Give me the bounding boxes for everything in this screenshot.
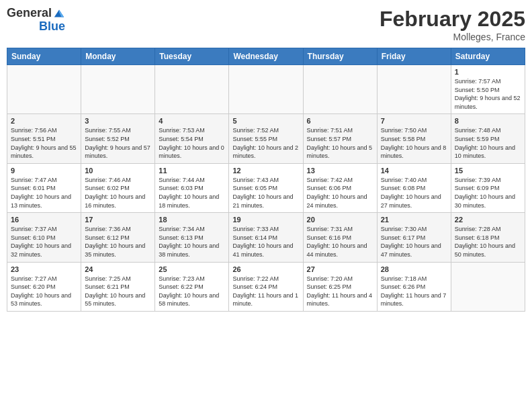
day-number: 28 bbox=[381, 265, 447, 273]
calendar-week-5: 23Sunrise: 7:27 AM Sunset: 6:20 PM Dayli… bbox=[7, 262, 525, 311]
calendar-cell: 10Sunrise: 7:46 AM Sunset: 6:02 PM Dayli… bbox=[81, 163, 155, 212]
calendar-cell bbox=[229, 65, 303, 114]
calendar-cell: 27Sunrise: 7:20 AM Sunset: 6:25 PM Dayli… bbox=[303, 262, 377, 311]
day-number: 15 bbox=[455, 167, 521, 175]
calendar-header-row: SundayMondayTuesdayWednesdayThursdayFrid… bbox=[7, 48, 525, 65]
day-number: 11 bbox=[159, 167, 225, 175]
calendar: SundayMondayTuesdayWednesdayThursdayFrid… bbox=[7, 48, 525, 312]
cell-content: Sunrise: 7:47 AM Sunset: 6:01 PM Dayligh… bbox=[11, 176, 77, 210]
calendar-cell: 26Sunrise: 7:22 AM Sunset: 6:24 PM Dayli… bbox=[229, 262, 303, 311]
header: General Blue February 2025 Molleges, Fra… bbox=[7, 7, 525, 42]
cell-content: Sunrise: 7:33 AM Sunset: 6:14 PM Dayligh… bbox=[232, 225, 299, 259]
calendar-cell: 28Sunrise: 7:18 AM Sunset: 6:26 PM Dayli… bbox=[377, 262, 451, 311]
cell-content: Sunrise: 7:55 AM Sunset: 5:52 PM Dayligh… bbox=[85, 126, 151, 160]
calendar-cell: 5Sunrise: 7:52 AM Sunset: 5:55 PM Daylig… bbox=[229, 114, 303, 163]
day-number: 14 bbox=[381, 167, 447, 175]
cell-content: Sunrise: 7:46 AM Sunset: 6:02 PM Dayligh… bbox=[85, 176, 151, 210]
calendar-cell: 14Sunrise: 7:40 AM Sunset: 6:08 PM Dayli… bbox=[377, 163, 451, 212]
day-header-friday: Friday bbox=[377, 48, 451, 65]
calendar-cell: 17Sunrise: 7:36 AM Sunset: 6:12 PM Dayli… bbox=[81, 213, 155, 262]
calendar-week-3: 9Sunrise: 7:47 AM Sunset: 6:01 PM Daylig… bbox=[7, 163, 525, 212]
cell-content: Sunrise: 7:52 AM Sunset: 5:55 PM Dayligh… bbox=[232, 126, 299, 160]
cell-content: Sunrise: 7:34 AM Sunset: 6:13 PM Dayligh… bbox=[159, 225, 225, 259]
calendar-cell: 18Sunrise: 7:34 AM Sunset: 6:13 PM Dayli… bbox=[155, 213, 229, 262]
day-number: 26 bbox=[232, 265, 299, 273]
calendar-week-1: 1Sunrise: 7:57 AM Sunset: 5:50 PM Daylig… bbox=[7, 65, 525, 114]
day-header-tuesday: Tuesday bbox=[155, 48, 229, 65]
day-number: 5 bbox=[232, 117, 299, 125]
cell-content: Sunrise: 7:56 AM Sunset: 5:51 PM Dayligh… bbox=[11, 126, 77, 160]
day-number: 19 bbox=[232, 216, 299, 224]
calendar-cell: 19Sunrise: 7:33 AM Sunset: 6:14 PM Dayli… bbox=[229, 213, 303, 262]
cell-content: Sunrise: 7:48 AM Sunset: 5:59 PM Dayligh… bbox=[455, 126, 521, 160]
day-number: 20 bbox=[307, 216, 373, 224]
cell-content: Sunrise: 7:39 AM Sunset: 6:09 PM Dayligh… bbox=[455, 176, 521, 210]
day-number: 25 bbox=[159, 265, 225, 273]
day-number: 3 bbox=[85, 117, 151, 125]
calendar-cell: 22Sunrise: 7:28 AM Sunset: 6:18 PM Dayli… bbox=[451, 213, 525, 262]
calendar-cell bbox=[451, 262, 525, 311]
cell-content: Sunrise: 7:42 AM Sunset: 6:06 PM Dayligh… bbox=[307, 176, 373, 210]
calendar-cell bbox=[377, 65, 451, 114]
calendar-cell: 23Sunrise: 7:27 AM Sunset: 6:20 PM Dayli… bbox=[7, 262, 81, 311]
calendar-cell bbox=[7, 65, 81, 114]
day-number: 21 bbox=[381, 216, 447, 224]
calendar-cell bbox=[155, 65, 229, 114]
cell-content: Sunrise: 7:20 AM Sunset: 6:25 PM Dayligh… bbox=[307, 275, 373, 308]
cell-content: Sunrise: 7:27 AM Sunset: 6:20 PM Dayligh… bbox=[11, 275, 77, 308]
day-number: 10 bbox=[85, 167, 151, 175]
day-number: 23 bbox=[11, 265, 77, 273]
day-number: 2 bbox=[11, 117, 77, 125]
day-number: 27 bbox=[307, 265, 373, 273]
calendar-cell: 6Sunrise: 7:51 AM Sunset: 5:57 PM Daylig… bbox=[303, 114, 377, 163]
calendar-cell: 1Sunrise: 7:57 AM Sunset: 5:50 PM Daylig… bbox=[451, 65, 525, 114]
cell-content: Sunrise: 7:36 AM Sunset: 6:12 PM Dayligh… bbox=[85, 225, 151, 259]
logo-icon bbox=[53, 7, 65, 19]
day-number: 17 bbox=[85, 216, 151, 224]
day-number: 18 bbox=[159, 216, 225, 224]
calendar-cell: 4Sunrise: 7:53 AM Sunset: 5:54 PM Daylig… bbox=[155, 114, 229, 163]
calendar-week-2: 2Sunrise: 7:56 AM Sunset: 5:51 PM Daylig… bbox=[7, 114, 525, 163]
cell-content: Sunrise: 7:23 AM Sunset: 6:22 PM Dayligh… bbox=[159, 275, 225, 308]
calendar-cell: 15Sunrise: 7:39 AM Sunset: 6:09 PM Dayli… bbox=[451, 163, 525, 212]
month-title: February 2025 bbox=[380, 7, 525, 32]
calendar-cell: 8Sunrise: 7:48 AM Sunset: 5:59 PM Daylig… bbox=[451, 114, 525, 163]
page: General Blue February 2025 Molleges, Fra… bbox=[0, 0, 532, 411]
title-block: February 2025 Molleges, France bbox=[380, 7, 525, 42]
cell-content: Sunrise: 7:44 AM Sunset: 6:03 PM Dayligh… bbox=[159, 176, 225, 210]
calendar-cell: 12Sunrise: 7:43 AM Sunset: 6:05 PM Dayli… bbox=[229, 163, 303, 212]
day-number: 16 bbox=[11, 216, 77, 224]
cell-content: Sunrise: 7:40 AM Sunset: 6:08 PM Dayligh… bbox=[381, 176, 447, 210]
day-number: 22 bbox=[455, 216, 521, 224]
calendar-cell bbox=[81, 65, 155, 114]
calendar-cell: 13Sunrise: 7:42 AM Sunset: 6:06 PM Dayli… bbox=[303, 163, 377, 212]
cell-content: Sunrise: 7:43 AM Sunset: 6:05 PM Dayligh… bbox=[232, 176, 299, 210]
calendar-cell: 11Sunrise: 7:44 AM Sunset: 6:03 PM Dayli… bbox=[155, 163, 229, 212]
day-number: 24 bbox=[85, 265, 151, 273]
cell-content: Sunrise: 7:50 AM Sunset: 5:58 PM Dayligh… bbox=[381, 126, 447, 160]
logo: General Blue bbox=[7, 7, 65, 34]
day-number: 4 bbox=[159, 117, 225, 125]
day-header-monday: Monday bbox=[81, 48, 155, 65]
day-number: 13 bbox=[307, 167, 373, 175]
logo-general-text: General bbox=[7, 7, 52, 20]
calendar-cell: 2Sunrise: 7:56 AM Sunset: 5:51 PM Daylig… bbox=[7, 114, 81, 163]
cell-content: Sunrise: 7:57 AM Sunset: 5:50 PM Dayligh… bbox=[455, 77, 521, 111]
calendar-cell: 9Sunrise: 7:47 AM Sunset: 6:01 PM Daylig… bbox=[7, 163, 81, 212]
calendar-cell: 7Sunrise: 7:50 AM Sunset: 5:58 PM Daylig… bbox=[377, 114, 451, 163]
day-number: 6 bbox=[307, 117, 373, 125]
cell-content: Sunrise: 7:30 AM Sunset: 6:17 PM Dayligh… bbox=[381, 225, 447, 259]
calendar-cell: 20Sunrise: 7:31 AM Sunset: 6:16 PM Dayli… bbox=[303, 213, 377, 262]
day-number: 12 bbox=[232, 167, 299, 175]
calendar-cell: 16Sunrise: 7:37 AM Sunset: 6:10 PM Dayli… bbox=[7, 213, 81, 262]
cell-content: Sunrise: 7:37 AM Sunset: 6:10 PM Dayligh… bbox=[11, 225, 77, 259]
day-header-sunday: Sunday bbox=[7, 48, 81, 65]
calendar-cell: 25Sunrise: 7:23 AM Sunset: 6:22 PM Dayli… bbox=[155, 262, 229, 311]
day-header-wednesday: Wednesday bbox=[229, 48, 303, 65]
cell-content: Sunrise: 7:51 AM Sunset: 5:57 PM Dayligh… bbox=[307, 126, 373, 160]
day-header-saturday: Saturday bbox=[451, 48, 525, 65]
cell-content: Sunrise: 7:31 AM Sunset: 6:16 PM Dayligh… bbox=[307, 225, 373, 259]
cell-content: Sunrise: 7:28 AM Sunset: 6:18 PM Dayligh… bbox=[455, 225, 521, 259]
cell-content: Sunrise: 7:22 AM Sunset: 6:24 PM Dayligh… bbox=[232, 275, 299, 308]
calendar-cell: 21Sunrise: 7:30 AM Sunset: 6:17 PM Dayli… bbox=[377, 213, 451, 262]
